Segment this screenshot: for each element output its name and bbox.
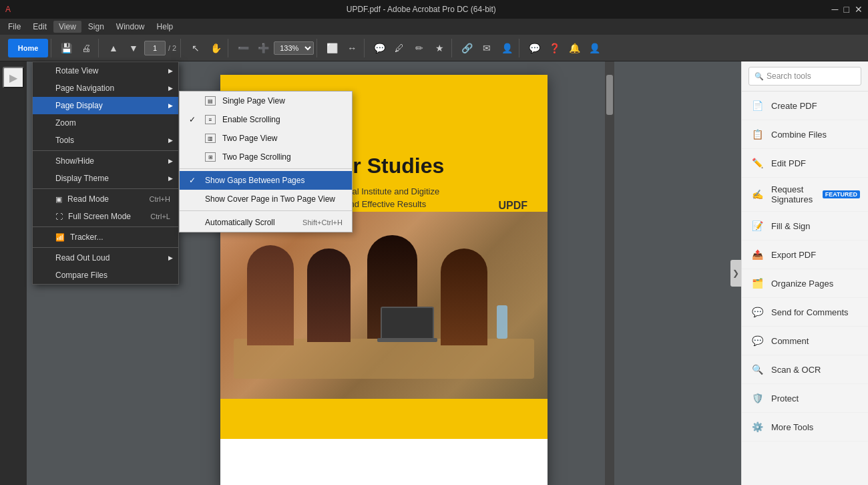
menu-item-rotate-view[interactable]: Rotate View [33, 62, 178, 79]
menu-view[interactable]: View [53, 21, 81, 33]
scrollbar-thumb[interactable] [606, 75, 613, 115]
tool-request-sig-label: Request Signatures [771, 184, 816, 204]
tool-more-tools[interactable]: ⚙️ More Tools [742, 413, 868, 442]
export-pdf-icon: 📤 [750, 247, 765, 262]
menu-item-show-hide[interactable]: Show/Hide [33, 152, 178, 170]
select-tool[interactable]: ↖ [186, 39, 205, 57]
send-button[interactable]: ✉ [477, 39, 496, 57]
help-group: 💬 ❓ 🔔 👤 [522, 39, 606, 57]
tool-create-pdf[interactable]: 📄 Create PDF [742, 92, 868, 120]
tool-organize-pages[interactable]: 🗂️ Organize Pages [742, 269, 868, 298]
submenu-two-page-scroll[interactable]: ⊞ Two Page Scrolling [180, 148, 352, 166]
tool-scan-ocr[interactable]: 🔍 Scan & OCR [742, 355, 868, 384]
submenu-enable-scrolling[interactable]: ✓ ≡ Enable Scrolling [180, 110, 352, 129]
save-button[interactable]: 💾 [57, 39, 75, 57]
zoom-out-button[interactable]: ➖ [234, 39, 252, 57]
submenu-show-gaps[interactable]: ✓ Show Gaps Between Pages [180, 171, 352, 190]
home-button[interactable]: Home [8, 39, 48, 57]
menu-zoom-label: Zoom [55, 118, 76, 128]
comment-button[interactable]: 💬 [370, 39, 389, 57]
next-page-button[interactable]: ▼ [124, 39, 143, 57]
user-button[interactable]: 👤 [497, 39, 516, 57]
menu-item-read-mode[interactable]: ▣ Read Mode Ctrl+H [33, 190, 178, 208]
fit-width-button[interactable]: ↔ [343, 39, 361, 57]
draw-button[interactable]: ✏ [410, 39, 429, 57]
menu-item-compare-files[interactable]: Compare Files [33, 267, 178, 284]
page-display-submenu: ▤ Single Page View ✓ ≡ Enable Scrolling … [179, 91, 353, 232]
divider-1 [33, 150, 178, 151]
zoom-in-button[interactable]: ➕ [254, 39, 272, 57]
page-separator: / 2 [167, 44, 178, 52]
submenu-single-label: Single Page View [222, 96, 285, 106]
notification-button[interactable]: 🔔 [565, 39, 584, 57]
menu-item-page-nav[interactable]: Page Navigation [33, 79, 178, 97]
stamp-button[interactable]: ★ [430, 39, 449, 57]
view-dropdown-menu: Rotate View Page Navigation Page Display… [32, 61, 179, 285]
tool-comment[interactable]: 💬 Comment [742, 327, 868, 355]
profile-button[interactable]: 👤 [585, 39, 604, 57]
chat-button[interactable]: 💬 [525, 39, 544, 57]
check-gaps: ✓ [189, 176, 198, 185]
search-tools-input[interactable]: 🔍 Search tools [748, 67, 861, 86]
tool-edit-pdf[interactable]: ✏️ Edit PDF [742, 149, 868, 178]
tool-fill-sign-label: Fill & Sign [771, 221, 811, 231]
minimize-btn[interactable]: ─ [832, 4, 839, 15]
tool-more-tools-label: More Tools [771, 422, 813, 432]
fit-page-button[interactable]: ⬜ [322, 39, 341, 57]
document-scrollbar[interactable] [605, 61, 614, 485]
single-page-icon: ▤ [205, 96, 216, 106]
menu-sign[interactable]: Sign [83, 21, 110, 33]
submenu-scrolling-label: Enable Scrolling [222, 115, 280, 124]
link-button[interactable]: 🔗 [457, 39, 476, 57]
annotation-group: 💬 🖊 ✏ ★ [367, 39, 452, 57]
two-page-icon: ▥ [205, 134, 216, 143]
menu-help[interactable]: Help [152, 21, 179, 33]
tool-fill-sign[interactable]: 📝 Fill & Sign [742, 212, 868, 240]
tool-comment-label: Comment [771, 336, 809, 346]
divider-4 [33, 247, 178, 248]
divider-2 [33, 188, 178, 189]
menu-item-display-theme[interactable]: Display Theme [33, 170, 178, 187]
maximize-btn[interactable]: □ [844, 4, 849, 15]
search-tools-area: 🔍 Search tools [742, 61, 868, 92]
window-title: UPDF.pdf - Adobe Acrobat Pro DC (64-bit) [347, 5, 496, 14]
tool-request-signatures[interactable]: ✍️ Request Signatures FEATURED [742, 178, 868, 212]
zoom-select[interactable]: 133% 100% 75% 150% [274, 41, 314, 55]
request-sig-icon: ✍️ [750, 187, 765, 202]
page-number-input[interactable] [144, 41, 166, 55]
menu-item-tools[interactable]: Tools [33, 132, 178, 149]
submenu-two-page[interactable]: ▥ Two Page View [180, 129, 352, 148]
hand-tool[interactable]: ✋ [206, 39, 225, 57]
tool-combine-files[interactable]: 📋 Combine Files [742, 120, 868, 149]
submenu-auto-scroll[interactable]: Automatically Scroll Shift+Ctrl+H [180, 213, 352, 232]
menu-item-zoom[interactable]: Zoom [33, 114, 178, 132]
help-button[interactable]: ❓ [545, 39, 564, 57]
menu-page-nav-label: Page Navigation [55, 84, 114, 93]
print-button[interactable]: 🖨 [77, 39, 95, 57]
tool-send-comments[interactable]: 💬 Send for Comments [742, 298, 868, 327]
search-tools-placeholder: Search tools [767, 71, 811, 81]
submenu-single-page[interactable]: ▤ Single Page View [180, 92, 352, 110]
panel-collapse-arrow[interactable]: ❯ [730, 260, 741, 287]
home-group: Home [5, 39, 51, 57]
menu-item-read-loud[interactable]: Read Out Loud [33, 249, 178, 267]
left-expand-btn[interactable]: ▶ [3, 67, 24, 88]
menu-window[interactable]: Window [111, 21, 150, 33]
tool-protect[interactable]: 🛡️ Protect [742, 384, 868, 413]
close-btn[interactable]: ✕ [855, 4, 863, 15]
submenu-two-scroll-label: Two Page Scrolling [222, 152, 291, 162]
menu-item-page-display[interactable]: Page Display [33, 97, 178, 114]
tool-protect-label: Protect [771, 393, 799, 403]
submenu-show-cover[interactable]: Show Cover Page in Two Page View [180, 190, 352, 208]
organize-pages-icon: 🗂️ [750, 276, 765, 291]
tool-send-comments-label: Send for Comments [771, 307, 849, 317]
menu-item-tracker[interactable]: 📶 Tracker... [33, 228, 178, 246]
menu-edit[interactable]: Edit [27, 21, 52, 33]
prev-page-button[interactable]: ▲ [104, 39, 123, 57]
highlight-button[interactable]: 🖊 [390, 39, 409, 57]
left-nav: ▶ [0, 61, 27, 485]
menu-item-fullscreen[interactable]: ⛶ Full Screen Mode Ctrl+L [33, 208, 178, 225]
menu-file[interactable]: File [3, 21, 26, 33]
tool-export-pdf[interactable]: 📤 Export PDF [742, 240, 868, 269]
toolbar: Home 💾 🖨 ▲ ▼ / 2 ↖ ✋ ➖ ➕ 133% 100% 75% 1… [0, 35, 868, 61]
